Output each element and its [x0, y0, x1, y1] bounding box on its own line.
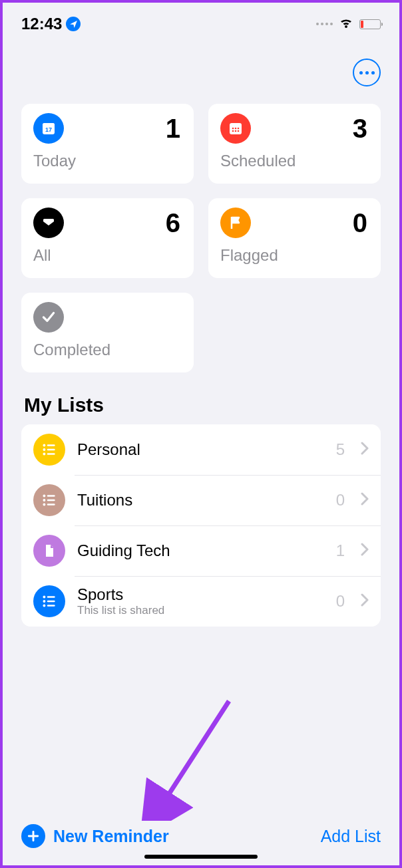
svg-rect-22	[47, 504, 55, 506]
list-count: 5	[336, 440, 345, 459]
annotation-arrow	[136, 694, 242, 821]
scheduled-icon	[220, 113, 251, 144]
lists-header: My Lists	[3, 372, 399, 424]
list-subtitle: This list is shared	[77, 604, 324, 617]
all-label: All	[33, 246, 180, 265]
status-bar: 12:43	[3, 3, 399, 36]
svg-rect-20	[47, 500, 55, 502]
svg-rect-16	[47, 453, 55, 455]
wifi-icon	[338, 16, 354, 32]
svg-point-21	[43, 504, 45, 506]
list-name: Personal	[77, 440, 324, 459]
new-reminder-button[interactable]: New Reminder	[21, 824, 169, 848]
home-indicator	[144, 855, 258, 859]
completed-label: Completed	[33, 341, 180, 359]
battery-icon	[359, 19, 381, 29]
flagged-count: 0	[353, 208, 367, 238]
new-reminder-label: New Reminder	[53, 827, 169, 846]
list-row[interactable]: Guiding Tech1	[21, 525, 381, 576]
list-name: Sports	[77, 585, 324, 604]
add-list-button[interactable]: Add List	[321, 827, 381, 846]
status-time-area: 12:43	[21, 15, 81, 33]
lists-container: Personal5Tuitions0Guiding Tech1SportsThi…	[21, 424, 381, 627]
summary-card-flagged[interactable]: 0 Flagged	[208, 198, 381, 278]
location-icon	[66, 17, 81, 31]
list-icon	[33, 484, 65, 516]
svg-point-11	[43, 444, 45, 447]
list-icon	[33, 535, 65, 567]
status-icons	[316, 16, 381, 32]
svg-text:17: 17	[45, 126, 52, 133]
list-icon	[33, 585, 65, 617]
list-count: 0	[336, 491, 345, 509]
svg-rect-14	[47, 449, 55, 451]
list-row[interactable]: SportsThis list is shared0	[21, 576, 381, 627]
scheduled-label: Scheduled	[220, 152, 367, 170]
all-count: 6	[166, 208, 180, 238]
today-icon: 17	[33, 113, 64, 144]
svg-line-29	[162, 701, 229, 804]
svg-point-17	[43, 495, 45, 498]
summary-card-all[interactable]: 6 All	[21, 198, 194, 278]
list-icon	[33, 434, 65, 466]
svg-rect-24	[47, 596, 55, 598]
list-text: Tuitions	[77, 491, 324, 509]
scheduled-count: 3	[353, 114, 367, 144]
chevron-right-icon	[361, 593, 369, 609]
list-name: Tuitions	[77, 491, 324, 509]
list-row[interactable]: Tuitions0	[21, 475, 381, 525]
summary-card-completed[interactable]: Completed	[21, 293, 194, 372]
cellular-icon	[316, 23, 333, 25]
list-count: 0	[336, 592, 345, 611]
svg-point-23	[43, 596, 45, 599]
list-text: SportsThis list is shared	[77, 585, 324, 617]
list-count: 1	[336, 541, 345, 560]
svg-point-27	[43, 605, 45, 607]
svg-point-7	[232, 130, 234, 132]
svg-rect-18	[47, 495, 55, 497]
svg-point-25	[43, 600, 45, 603]
chevron-right-icon	[361, 492, 369, 508]
list-text: Personal	[77, 440, 324, 459]
plus-icon	[21, 824, 45, 848]
list-name: Guiding Tech	[77, 541, 324, 560]
today-label: Today	[33, 152, 180, 170]
svg-point-8	[235, 130, 237, 132]
svg-rect-10	[43, 219, 54, 221]
list-row[interactable]: Personal5	[21, 424, 381, 475]
svg-point-5	[235, 128, 237, 130]
svg-point-6	[238, 128, 240, 130]
summary-card-scheduled[interactable]: 3 Scheduled	[208, 104, 381, 184]
flagged-label: Flagged	[220, 246, 367, 265]
flag-icon	[220, 208, 251, 238]
today-count: 1	[166, 114, 180, 144]
completed-icon	[33, 302, 64, 333]
status-time: 12:43	[21, 15, 62, 33]
svg-point-19	[43, 499, 45, 502]
svg-point-4	[232, 128, 234, 130]
svg-point-15	[43, 453, 45, 456]
chevron-right-icon	[361, 442, 369, 458]
summary-card-today[interactable]: 17 1 Today	[21, 104, 194, 184]
all-icon	[33, 208, 64, 238]
svg-point-13	[43, 448, 45, 451]
svg-rect-12	[47, 444, 55, 446]
svg-rect-28	[47, 605, 55, 607]
list-text: Guiding Tech	[77, 541, 324, 560]
more-button[interactable]	[353, 59, 381, 86]
chevron-right-icon	[361, 543, 369, 559]
svg-rect-26	[47, 601, 55, 603]
svg-point-9	[238, 130, 240, 132]
